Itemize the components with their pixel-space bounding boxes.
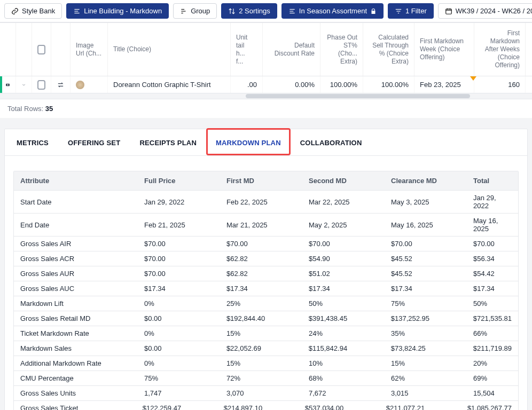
image-cell[interactable] bbox=[71, 76, 108, 93]
tab-collaboration[interactable]: COLLABORATION bbox=[297, 129, 365, 155]
mtable-value-cell: $62.82 bbox=[220, 266, 302, 281]
mh-full-price[interactable]: Full Price bbox=[138, 171, 220, 190]
mtable-attr-cell: CMU Percentage bbox=[14, 371, 138, 385]
mtable-value-cell: $721,535.81 bbox=[467, 311, 518, 326]
mtable-attr-cell: Markdown Lift bbox=[14, 296, 138, 311]
mh-second-md[interactable]: Second MD bbox=[302, 171, 385, 190]
add-row-button[interactable] bbox=[0, 76, 16, 93]
mtable-value-cell: $214,897.10 bbox=[217, 401, 299, 410]
mtable-attr-cell: Gross Sales AUR bbox=[14, 266, 138, 281]
mtable-value-cell: 25% bbox=[220, 296, 302, 311]
expand-row-button[interactable] bbox=[16, 76, 32, 93]
mtable-value-cell: $137,252.95 bbox=[385, 311, 467, 326]
assortment-label: In Season Assortment bbox=[299, 7, 367, 15]
header-blank bbox=[51, 23, 71, 76]
header-title[interactable]: Title (Choice) bbox=[108, 23, 231, 76]
mtable-value-cell: $70.00 bbox=[138, 266, 220, 281]
table-row[interactable]: Doreann Cotton Graphic T-Shirt .00 0.00%… bbox=[0, 76, 532, 93]
unit-cell[interactable]: .00 bbox=[231, 76, 263, 93]
mtable-row: Markdown Sales$0.00$22,052.69$115,842.94… bbox=[14, 341, 518, 356]
mtable-value-cell: 0% bbox=[138, 326, 220, 341]
scroll-thumb[interactable] bbox=[246, 94, 470, 98]
swap-button[interactable] bbox=[51, 76, 71, 93]
mtable-row: Start DateJan 29, 2022Feb 22, 2025Mar 22… bbox=[14, 191, 518, 214]
mtable-value-cell: $45.52 bbox=[385, 266, 467, 281]
checkbox-icon bbox=[37, 45, 45, 54]
mtable-value-cell: $115,842.94 bbox=[302, 341, 385, 356]
mtable-row: Markdown Lift0%25%50%75%50% bbox=[14, 296, 518, 311]
discount-cell[interactable]: 0.00% bbox=[263, 76, 320, 93]
mtable-row: Gross Sales Retail MD$0.00$192,844.40$39… bbox=[14, 311, 518, 326]
header-sell-through[interactable]: Calculated Sell Through % (Choice Extra) bbox=[363, 23, 414, 76]
horizontal-scrollbar[interactable] bbox=[0, 93, 532, 99]
mtable-value-cell: Jan 29, 2022 bbox=[138, 191, 220, 213]
mtable-value-cell: 69% bbox=[467, 371, 518, 385]
mtable-value-cell: 50% bbox=[467, 296, 518, 311]
top-toolbar: Style Bank Line Building - Markdown Grou… bbox=[0, 0, 532, 22]
checkbox-icon bbox=[37, 80, 45, 90]
mtable-value-cell: 68% bbox=[302, 371, 385, 385]
sell-cell[interactable]: 100.00% bbox=[363, 76, 414, 93]
mtable-value-cell: 1,747 bbox=[138, 386, 220, 400]
mtable-value-cell: $22,052.69 bbox=[220, 341, 302, 356]
mtable-value-cell: $17.34 bbox=[220, 281, 302, 296]
mtable-value-cell: 15% bbox=[220, 356, 302, 370]
mtable-value-cell: $45.52 bbox=[385, 251, 467, 266]
mtable-row: Gross Sales ACR$70.00$62.82$54.90$45.52$… bbox=[14, 251, 518, 266]
mtable-value-cell: $1,085,267.77 bbox=[461, 401, 518, 410]
tab-markdown-plan[interactable]: MARKDOWN PLAN bbox=[213, 129, 284, 155]
header-first-markdown[interactable]: First Markdown Week (Choice Offering) bbox=[414, 23, 474, 76]
mtable-value-cell: $70.00 bbox=[138, 251, 220, 266]
mtable-value-cell: 50% bbox=[302, 296, 385, 311]
mtable-attr-cell: Gross Sales Ticket bbox=[14, 401, 136, 410]
style-bank-button[interactable]: Style Bank bbox=[4, 3, 62, 19]
mtable-value-cell: 15% bbox=[385, 356, 467, 370]
header-phase[interactable]: Phase Out ST% (Cho... Extra) bbox=[320, 23, 363, 76]
mtable-value-cell: Mar 21, 2025 bbox=[220, 214, 302, 236]
tab-metrics[interactable]: METRICS bbox=[13, 129, 52, 155]
mtable-value-cell: $0.00 bbox=[138, 311, 220, 326]
mtable-row: Gross Sales AUC$17.34$17.34$17.34$17.34$… bbox=[14, 281, 518, 296]
header-discount[interactable]: Default Discount Rate bbox=[263, 23, 320, 76]
header-after-weeks[interactable]: First Markdown After Weeks (Choice Offer… bbox=[474, 23, 526, 76]
grid-header-row: Image Url (Ch... Title (Choice) Unit tai… bbox=[0, 23, 532, 76]
sortings-button[interactable]: 2 Sortings bbox=[221, 3, 277, 19]
mtable-row: Ticket Markdown Rate0%15%24%35%66% bbox=[14, 326, 518, 341]
mtable-value-cell: 0% bbox=[138, 356, 220, 370]
mtable-value-cell: Jan 29, 2022 bbox=[467, 191, 518, 213]
marker-icon bbox=[470, 76, 476, 81]
filter-button[interactable]: 1 Filter bbox=[388, 3, 434, 19]
first-md-cell[interactable]: Feb 23, 2025 bbox=[414, 76, 474, 93]
style-bank-label: Style Bank bbox=[22, 7, 55, 15]
line-building-label: Line Building - Markdown bbox=[84, 7, 162, 15]
mtable-row: Additional Markdown Rate0%15%10%15%20% bbox=[14, 356, 518, 371]
period-picker[interactable]: WK39 / 2024 - WK26 / 2025 bbox=[438, 3, 532, 19]
mtable-value-cell: May 16, 2025 bbox=[467, 214, 518, 236]
mh-clearance-md[interactable]: Clearance MD bbox=[385, 171, 467, 190]
line-building-button[interactable]: Line Building - Markdown bbox=[66, 3, 169, 19]
mh-total[interactable]: Total bbox=[467, 171, 518, 190]
group-button[interactable]: Group bbox=[173, 3, 217, 19]
mtable-value-cell: 75% bbox=[385, 296, 467, 311]
row-checkbox[interactable] bbox=[32, 76, 51, 93]
mh-first-md[interactable]: First MD bbox=[220, 171, 302, 190]
select-all-cell[interactable] bbox=[32, 23, 51, 76]
tab-offering-set[interactable]: OFFERING SET bbox=[65, 129, 123, 155]
assortment-button[interactable]: In Season Assortment bbox=[281, 3, 384, 19]
title-cell[interactable]: Doreann Cotton Graphic T-Shirt bbox=[108, 76, 231, 93]
header-unit[interactable]: Unit tail h... f... bbox=[231, 23, 263, 76]
mtable-value-cell: $17.34 bbox=[138, 281, 220, 296]
mh-attribute[interactable]: Attribute bbox=[14, 171, 138, 190]
after-cell[interactable]: 160 bbox=[474, 76, 526, 93]
group-icon bbox=[180, 7, 187, 15]
mtable-row: Gross Sales Ticket$122,259.47$214,897.10… bbox=[14, 401, 518, 410]
phase-cell[interactable]: 100.00% bbox=[320, 76, 363, 93]
mtable-attr-cell: Gross Sales ACR bbox=[14, 251, 138, 266]
mtable-attr-cell: Gross Sales Retail MD bbox=[14, 311, 138, 326]
filter-icon bbox=[395, 7, 402, 15]
mtable-value-cell: Mar 22, 2025 bbox=[302, 191, 385, 213]
header-image[interactable]: Image Url (Ch... bbox=[71, 23, 108, 76]
tab-receipts-plan[interactable]: RECEIPTS PLAN bbox=[136, 129, 200, 155]
tab-bar: METRICS OFFERING SET RECEIPTS PLAN MARKD… bbox=[5, 129, 527, 156]
link-icon bbox=[11, 7, 19, 15]
